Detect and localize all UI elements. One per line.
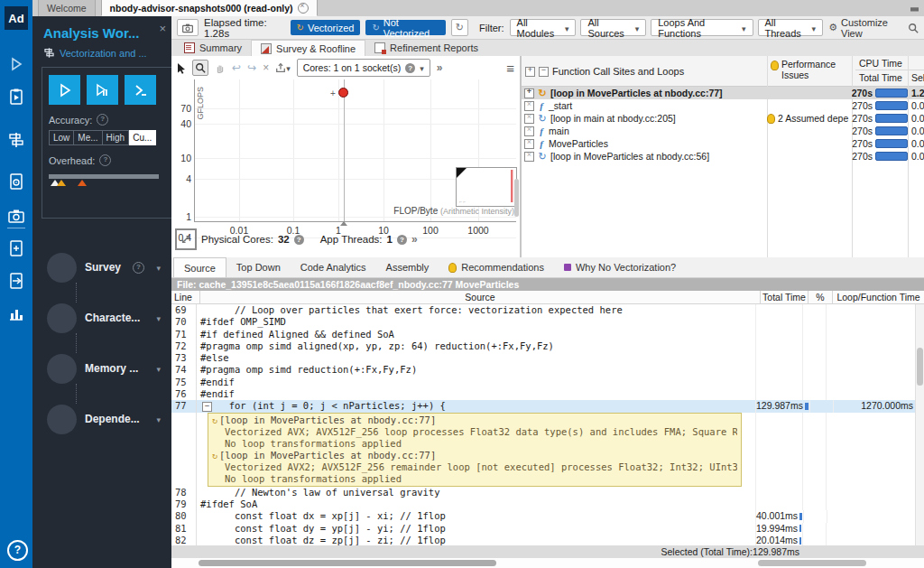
redo-icon[interactable]: ↪ [247, 61, 256, 74]
collapse-all-icon[interactable] [539, 67, 549, 77]
bottom-tab[interactable]: Assembly [376, 257, 439, 277]
report-tab[interactable]: Summary [175, 40, 251, 56]
step-circle[interactable] [47, 253, 77, 283]
call-tree-row[interactable]: [loop in main at nbody.cc:205]2 Assumed … [522, 112, 924, 125]
expand-icon[interactable] [524, 88, 534, 98]
overhead-slider[interactable] [49, 174, 166, 187]
close-panel-icon[interactable]: × [159, 22, 166, 35]
help-icon[interactable] [99, 154, 111, 166]
source-row[interactable]: 80 const float dx = xp[j] - xi; // 1flop… [171, 510, 924, 522]
expand-icon[interactable] [524, 126, 534, 136]
total-time-header[interactable]: Total Time [855, 72, 902, 83]
loop-time-column-header[interactable]: Loop/Function Time [833, 291, 924, 303]
bottom-tab[interactable]: Recommendations [439, 257, 554, 277]
clipboard-run-icon[interactable] [0, 85, 32, 108]
source-row[interactable]: 77 for (int j = 0; j < nParticles; j++) … [171, 400, 924, 412]
source-row[interactable]: 72#pragma omp simd aligned(xp, yp, zp: 6… [171, 340, 924, 352]
workflow-step[interactable]: Memory ... [47, 343, 161, 394]
collapse-icon[interactable] [202, 402, 212, 412]
more-icon[interactable]: » [411, 233, 418, 246]
expand-icon[interactable] [524, 114, 534, 124]
search-button[interactable] [908, 23, 919, 33]
accuracy-option[interactable]: High [103, 130, 130, 145]
filter-dropdown[interactable]: Loops And Functions [651, 19, 753, 36]
chevron-down-icon[interactable] [156, 262, 161, 273]
clear-filters-button[interactable]: ↻ [451, 19, 468, 36]
workflow-subtitle[interactable]: Vectorization and ... [43, 47, 147, 59]
call-tree-row[interactable]: [loop in MoveParticles at nbody.cc:77]1.… [522, 87, 924, 99]
workflow-step[interactable]: Depende... [47, 394, 161, 444]
source-row[interactable]: 70#ifdef OMP_SIMD [171, 316, 924, 328]
step-circle[interactable] [47, 303, 77, 333]
zoom-tool-icon[interactable] [192, 60, 208, 76]
chevron-down-icon[interactable] [156, 363, 161, 374]
workflow-step[interactable]: Characte... [47, 293, 161, 343]
accuracy-option[interactable]: Low [49, 130, 74, 145]
source-row[interactable]: 82 const float dz = zp[j] - zi; // 1flop… [171, 535, 924, 545]
filter-dropdown[interactable]: All Threads [758, 19, 824, 36]
export-icon[interactable] [275, 61, 291, 74]
self-time-header[interactable]: Self [911, 72, 924, 83]
filter-dropdown[interactable]: All Modules [510, 19, 577, 36]
workflow-step[interactable]: Survey [47, 242, 161, 293]
vectorized-filter-button[interactable]: ↻ Vectorized [291, 20, 361, 35]
step-circle[interactable] [47, 405, 77, 434]
percent-column-header[interactable]: % [808, 291, 833, 303]
horizontal-scrollbar[interactable] [171, 558, 924, 568]
expand-icon[interactable] [524, 152, 534, 162]
report-tab[interactable]: Refinement Reports [365, 40, 487, 56]
run-icon[interactable] [0, 52, 32, 76]
loop-data-point[interactable] [338, 88, 348, 98]
chevron-down-icon[interactable] [156, 414, 161, 424]
source-row[interactable]: 75#endif [171, 377, 924, 388]
cancel-zoom-icon[interactable]: × [263, 61, 269, 74]
source-row[interactable]: 81 const float dy = yp[j] - yi; // 1flop… [171, 523, 924, 535]
accuracy-option[interactable]: Cu... [129, 130, 156, 145]
doc-add-icon[interactable] [0, 237, 32, 260]
help-icon[interactable] [294, 235, 304, 245]
doc-gear-icon[interactable] [0, 170, 32, 193]
call-tree-row[interactable]: fmain1.270s0.00 [522, 125, 924, 137]
filter-dropdown[interactable]: All Sources [580, 19, 646, 36]
expand-icon[interactable] [524, 101, 534, 111]
expand-toolbar-icon[interactable]: » [437, 61, 443, 74]
cores-dropdown[interactable]: Cores: 1 on 1 socket(s) [297, 59, 430, 77]
window-tab[interactable]: Welcome [38, 0, 96, 16]
source-row[interactable]: 78 // Newton's law of universal gravity [171, 487, 924, 498]
roofline-minimap[interactable]: ⌐ ⌐ [456, 167, 517, 207]
expand-icon[interactable] [524, 139, 534, 149]
source-row[interactable]: 69 // Loop over particles that exert for… [171, 304, 924, 316]
call-tree-row[interactable]: f_start1.270s0.00 [522, 99, 924, 112]
doc-export-icon[interactable] [0, 269, 32, 293]
roofline-scrollbar[interactable] [514, 179, 519, 217]
bottom-tab[interactable]: Top Down [226, 257, 291, 277]
snapshot-button[interactable] [177, 19, 199, 36]
survey-signpost-icon[interactable] [0, 128, 32, 152]
close-tab-icon[interactable] [298, 3, 309, 14]
total-time-column-header[interactable]: Total Time [761, 291, 808, 303]
source-row[interactable]: 71#if defined Aligned && defined SoA [171, 329, 924, 340]
report-tab[interactable]: Survey & Roofline [251, 40, 365, 56]
source-row[interactable]: 79#ifdef SoA [171, 498, 924, 510]
window-overflow-icon[interactable] [910, 5, 919, 12]
customize-view-button[interactable]: ⚙ Customize View [828, 17, 901, 39]
command-line-button[interactable] [125, 75, 156, 105]
pan-hand-icon[interactable] [215, 62, 226, 73]
line-column-header[interactable]: Line [171, 291, 200, 303]
source-row[interactable]: 76#endif [171, 388, 924, 400]
chevron-down-icon[interactable] [156, 312, 161, 323]
call-tree-row[interactable]: fMoveParticles1.270s0.00 [522, 137, 924, 150]
help-icon[interactable] [97, 114, 108, 126]
call-tree-row[interactable]: [loop in MoveParticles at nbody.cc:56]1.… [522, 150, 924, 163]
not-vectorized-filter-button[interactable]: ↻ Not Vectorized [365, 20, 445, 35]
help-icon[interactable] [397, 235, 407, 245]
bottom-tab[interactable]: Code Analytics [291, 257, 376, 277]
help-icon[interactable]: ? [7, 540, 28, 561]
bottom-tab[interactable]: Source [173, 257, 226, 277]
vertical-scrollbar[interactable] [915, 304, 924, 545]
source-row[interactable]: 74#pragma omp simd reduction(+:Fx,Fy,Fz) [171, 364, 924, 376]
select-cursor-icon[interactable] [177, 62, 186, 74]
expand-all-icon[interactable] [525, 67, 535, 77]
expand-view-button[interactable] [175, 228, 197, 250]
bottom-tab[interactable]: Why No Vectorization? [554, 257, 686, 277]
